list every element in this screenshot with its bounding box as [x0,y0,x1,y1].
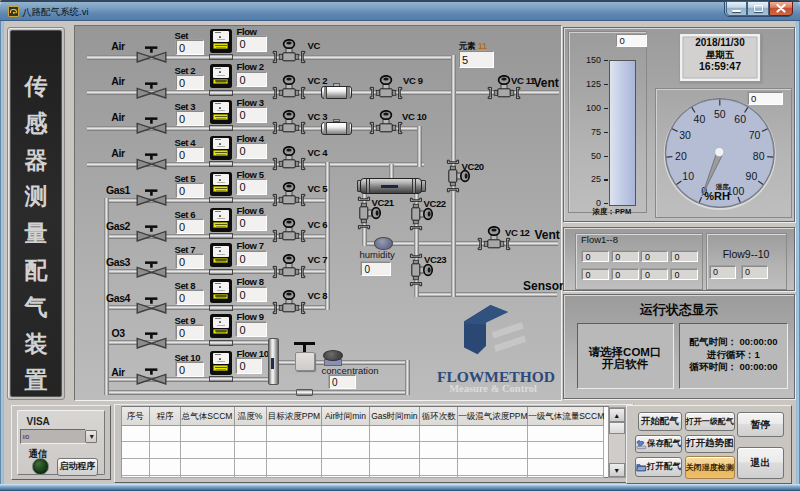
svg-text:40: 40 [694,113,706,125]
svg-text:70: 70 [749,128,761,140]
svg-text:10: 10 [682,169,694,181]
svg-text:20: 20 [675,149,687,161]
svg-text:湿度: 湿度 [715,182,730,190]
svg-text:80: 80 [753,149,765,161]
svg-text:60: 60 [734,113,746,125]
svg-text:30: 30 [679,128,691,140]
svg-text:50: 50 [714,107,726,119]
svg-text:90: 90 [746,169,758,181]
